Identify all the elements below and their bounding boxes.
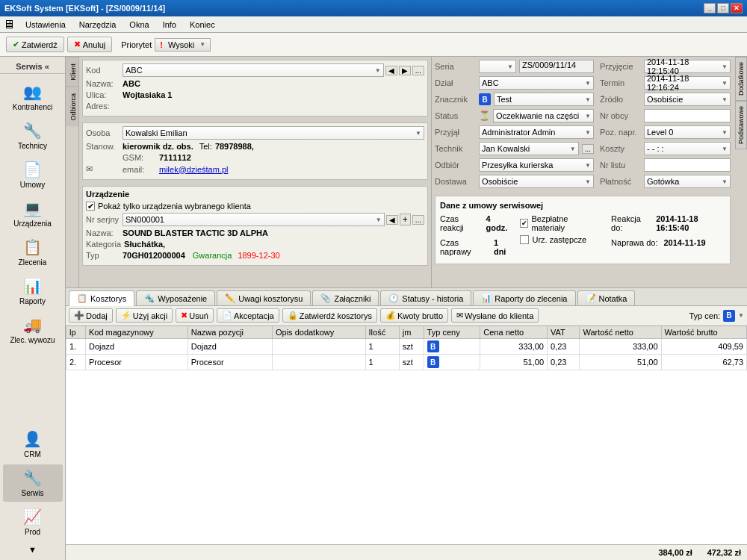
bezplatne-mat-checkbox[interactable]: ✔	[520, 219, 528, 228]
kod-select[interactable]: ABC ▼	[123, 63, 384, 77]
typ-cen-dropdown[interactable]: ▼	[738, 312, 744, 319]
sidebar-item-zlecenia[interactable]: 📋 Zlecenia	[3, 234, 63, 271]
zrodlo-select[interactable]: Osobiście ▼	[644, 93, 731, 106]
sidebar-item-raporty[interactable]: 📊 Raporty	[3, 273, 63, 310]
tab-uwagi-kosztorysu[interactable]: ✏️ Uwagi kosztorysu	[217, 290, 311, 305]
przyjecie-select[interactable]: 2014-11-18 12:15:40 ▼	[644, 60, 731, 73]
odbiorca-tab[interactable]: Odbiorca	[66, 87, 78, 127]
totals-bar: 384,00 zł 472,32 zł	[66, 544, 747, 560]
technik-select[interactable]: Jan Kowalski ▼	[479, 142, 579, 155]
sidebar-item-zlec-wywozu[interactable]: 🚚 Zlec. wywozu	[3, 311, 63, 349]
sidebar-item-kontrahenci[interactable]: 👥 Kontrahenci	[3, 78, 63, 116]
minimize-button[interactable]: _	[704, 3, 716, 13]
zlecenia-icon: 📋	[23, 238, 42, 256]
wyslane-do-klienta-button[interactable]: ✉ Wysłane do klienta	[451, 308, 539, 323]
podstawowe-tab[interactable]: Podstawowe	[735, 101, 747, 149]
technik-row: Technik Jan Kowalski ▼ ...	[435, 142, 594, 155]
urz-zastep-checkbox[interactable]	[520, 235, 529, 244]
nr-obcy-input[interactable]	[644, 109, 731, 122]
window-controls[interactable]: _ □ ✕	[704, 3, 743, 13]
sidebar-scroll-down[interactable]: ▼	[28, 542, 37, 557]
zatwierdz-kosztorys-button[interactable]: 🔒 Zatwierdź kosztorys	[282, 308, 377, 323]
odbior-label: Odbiór	[435, 161, 476, 169]
znacznik-select[interactable]: Test ▼	[494, 93, 594, 106]
cell-wart-brutto: 409,59	[661, 339, 746, 355]
nr-seryjny-add[interactable]: +	[400, 214, 411, 225]
kwoty-brutto-button[interactable]: 💰 Kwoty brutto	[380, 308, 448, 323]
anuluj-button[interactable]: ✖ Anuluj	[67, 37, 113, 52]
menu-ustawienia[interactable]: Ustawienia	[19, 19, 72, 31]
kod-nav-next[interactable]: ▶	[399, 66, 411, 75]
dostawa-select[interactable]: Osobiście ▼	[479, 175, 594, 188]
platnosc-select[interactable]: Gotówka ▼	[644, 175, 731, 188]
sidebar-label-raporty: Raporty	[19, 297, 46, 305]
seria-prefix-select[interactable]: ▼	[479, 60, 516, 73]
seria-row: Seria ▼ ZS/0009/11/14	[435, 60, 594, 73]
klient-tab[interactable]: Klient	[66, 57, 78, 87]
odbior-select[interactable]: Przesyłka kurierska ▼	[479, 158, 594, 172]
osoba-select[interactable]: Kowalski Emilian ▼	[123, 126, 424, 140]
email-value[interactable]: milek@dzieśtam.pl	[159, 165, 228, 174]
priority-dropdown-arrow: ▼	[199, 41, 205, 48]
menu-narzedzia[interactable]: Narzędzia	[73, 19, 123, 31]
col-jm: jm	[399, 326, 424, 339]
urz-zastep-row: Urz. zastępcze	[520, 235, 596, 244]
akceptacja-button[interactable]: 📄 Akceptacja	[217, 308, 279, 323]
bezplatne-mat-row: ✔ Bezpłatne materiały	[520, 214, 596, 232]
uzyj-akcji-button[interactable]: ⚡ Użyj akcji	[116, 308, 173, 323]
table-row[interactable]: 1. Dojazd Dojazd 1 szt B 333,00 0,23 333…	[66, 339, 747, 355]
dodatkowe-tab[interactable]: Dodatkowe	[735, 57, 747, 101]
klient-section-body: Kod ABC ▼ ◀ ▶ ...	[83, 60, 427, 116]
tab-zalaczniki[interactable]: 📎 Załączniki	[312, 290, 379, 305]
restore-button[interactable]: □	[717, 3, 729, 13]
usun-button[interactable]: ✖ Usuń	[176, 308, 214, 323]
nr-seryjny-select[interactable]: SN000001 ▼	[123, 213, 385, 226]
sidebar-item-prod[interactable]: 📈 Prod	[3, 503, 63, 541]
tab-kosztorys[interactable]: 📋 Kosztorys	[69, 290, 134, 306]
dzial-select[interactable]: ABC ▼	[479, 76, 594, 90]
naprawa-do-label: Naprawa do:	[611, 238, 657, 247]
kod-nav-prev[interactable]: ◀	[385, 66, 397, 75]
dodaj-button[interactable]: ➕ Dodaj	[69, 308, 113, 323]
sidebar-item-serwis[interactable]: 🔧 Serwis	[3, 464, 63, 502]
cell-vat: 0,23	[548, 339, 580, 355]
nr-listu-input[interactable]	[644, 158, 731, 172]
main-toolbar: ✔ Zatwierdź ✖ Anuluj Priorytet ! Wysoki …	[0, 33, 747, 57]
uwagi-icon: ✏️	[225, 293, 235, 303]
przyjal-select[interactable]: Administrator Admin ▼	[479, 125, 594, 139]
priorytet-select[interactable]: ! Wysoki ▼	[155, 38, 211, 52]
tab-notatka[interactable]: 📝 Notatka	[577, 290, 636, 305]
klient-section: Kod ABC ▼ ◀ ▶ ...	[82, 60, 428, 116]
pokaz-checkbox[interactable]: ✔	[86, 202, 95, 211]
tab-wyposazenie[interactable]: 🔩 Wyposażenie	[136, 290, 215, 305]
cell-lp: 2.	[66, 355, 86, 370]
tab-raporty[interactable]: 📊 Raporty do zlecenia	[473, 290, 575, 305]
czas-reakcji-value: 4 godz.	[486, 214, 512, 232]
zatwierdz-button[interactable]: ✔ Zatwierdź	[6, 37, 64, 52]
sidebar-item-urzadzenia[interactable]: 💻 Urządzenia	[3, 195, 63, 232]
znacznik-label: Znacznik	[435, 95, 476, 104]
termin-select[interactable]: 2014-11-18 12:16:24 ▼	[644, 76, 731, 90]
menu-koniec[interactable]: Koniec	[184, 19, 221, 31]
stanow-row: Stanow. kierownik dz. obs. Tel: 78978988…	[86, 142, 424, 151]
czas-reakcji-label: Czas reakcji	[440, 214, 480, 232]
close-button[interactable]: ✕	[731, 3, 743, 13]
main-container: Serwis « 👥 Kontrahenci 🔧 Technicy 📄 Umow…	[0, 57, 747, 560]
menu-okna[interactable]: Okna	[123, 19, 155, 31]
koszty-row: Koszty - - : : ▼	[600, 142, 731, 155]
nr-seryjny-search[interactable]: ...	[412, 215, 424, 225]
nr-seryjny-nav-prev[interactable]: ◀	[386, 215, 398, 225]
sidebar-item-crm[interactable]: 👤 CRM	[3, 426, 63, 463]
status-select[interactable]: Oczekiwanie na części ▼	[493, 109, 594, 122]
kosztorys-table: lp Kod magazynowy Nazwa pozycji Opis dod…	[66, 326, 747, 370]
poz-napr-select[interactable]: Level 0 ▼	[644, 125, 731, 139]
technik-dots[interactable]: ...	[582, 144, 594, 154]
menu-info[interactable]: Info	[157, 19, 182, 31]
tab-statusy[interactable]: 🕐 Statusy - historia	[380, 290, 471, 305]
kod-search[interactable]: ...	[412, 66, 424, 75]
table-row[interactable]: 2. Procesor Procesor 1 szt B 51,00 0,23 …	[66, 355, 747, 370]
koszty-select[interactable]: - - : : ▼	[644, 142, 731, 155]
sidebar-item-umowy[interactable]: 📄 Umowy	[3, 156, 63, 193]
sidebar-item-technicy[interactable]: 🔧 Technicy	[3, 117, 63, 155]
email-row: ✉ email: milek@dzieśtam.pl	[86, 164, 424, 174]
